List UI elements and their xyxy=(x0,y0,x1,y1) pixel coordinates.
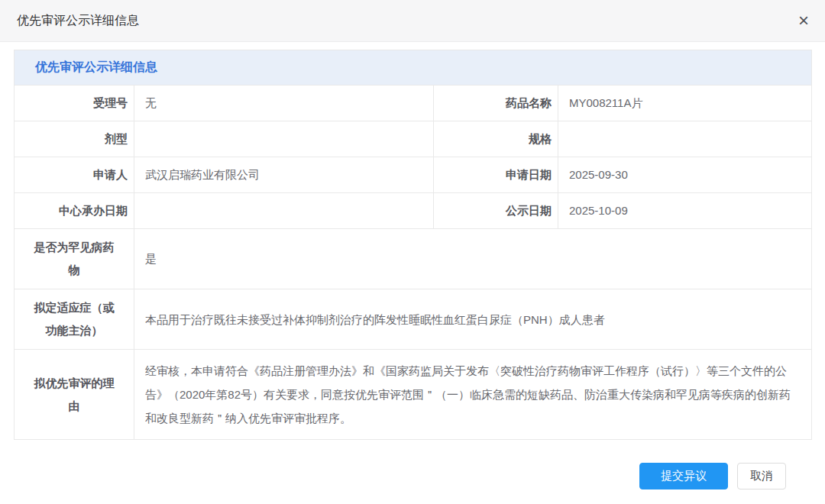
proposed-indication-label: 拟定适应症（或功能主治） xyxy=(15,289,134,350)
applicant-label: 申请人 xyxy=(15,157,134,193)
rare-disease-flag-label: 是否为罕见病药物 xyxy=(15,229,134,289)
rare-disease-flag-value: 是 xyxy=(134,229,812,289)
dialog-titlebar: 优先审评公示详细信息 × xyxy=(0,0,825,42)
dosage-form-label: 剂型 xyxy=(15,121,134,157)
proposed-indication-value: 本品用于治疗既往未接受过补体抑制剂治疗的阵发性睡眠性血红蛋白尿症（PNH）成人患… xyxy=(134,289,812,350)
publicity-date-label: 公示日期 xyxy=(434,193,558,229)
center-acceptance-date-label: 中心承办日期 xyxy=(15,193,134,229)
application-date-value: 2025-09-30 xyxy=(558,157,812,193)
priority-review-reason-label: 拟优先审评的理由 xyxy=(15,350,134,440)
acceptance-no-label: 受理号 xyxy=(15,86,134,121)
table-row: 中心承办日期 公示日期 2025-10-09 xyxy=(15,193,812,229)
applicant-value: 武汉启瑞药业有限公司 xyxy=(134,157,434,193)
drug-name-value: MY008211A片 xyxy=(558,86,812,121)
submit-objection-button[interactable]: 提交异议 xyxy=(639,463,728,489)
table-row: 拟定适应症（或功能主治） 本品用于治疗既往未接受过补体抑制剂治疗的阵发性睡眠性血… xyxy=(15,289,812,350)
acceptance-no-value: 无 xyxy=(134,86,434,121)
section-header-row: 优先审评公示详细信息 xyxy=(15,50,812,86)
center-acceptance-date-value xyxy=(134,193,434,229)
table-row: 拟优先审评的理由 经审核，本申请符合《药品注册管理办法》和《国家药监局关于发布〈… xyxy=(15,350,812,440)
priority-review-detail-dialog: 优先审评公示详细信息 × 优先审评公示详细信息 受理号 无 药品名称 MY008… xyxy=(0,0,825,504)
table-row: 受理号 无 药品名称 MY008211A片 xyxy=(15,86,812,121)
specification-value xyxy=(558,121,812,157)
section-title: 优先审评公示详细信息 xyxy=(35,60,157,73)
priority-review-reason-value: 经审核，本申请符合《药品注册管理办法》和《国家药监局关于发布〈突破性治疗药物审评… xyxy=(134,350,812,440)
close-icon[interactable]: × xyxy=(791,8,816,33)
dialog-footer: 提交异议 取消 xyxy=(14,440,811,489)
specification-label: 规格 xyxy=(434,121,558,157)
publicity-date-value: 2025-10-09 xyxy=(558,193,812,229)
section-header-cell: 优先审评公示详细信息 xyxy=(15,50,812,86)
application-date-label: 申请日期 xyxy=(434,157,558,193)
drug-name-label: 药品名称 xyxy=(434,86,558,121)
dosage-form-value xyxy=(134,121,434,157)
detail-table: 优先审评公示详细信息 受理号 无 药品名称 MY008211A片 剂型 规格 申 xyxy=(14,50,812,440)
table-row: 申请人 武汉启瑞药业有限公司 申请日期 2025-09-30 xyxy=(15,157,812,193)
dialog-body: 优先审评公示详细信息 受理号 无 药品名称 MY008211A片 剂型 规格 申 xyxy=(0,42,825,489)
dialog-title: 优先审评公示详细信息 xyxy=(17,13,139,29)
table-row: 剂型 规格 xyxy=(15,121,812,157)
table-row: 是否为罕见病药物 是 xyxy=(15,229,812,289)
cancel-button[interactable]: 取消 xyxy=(737,463,786,489)
